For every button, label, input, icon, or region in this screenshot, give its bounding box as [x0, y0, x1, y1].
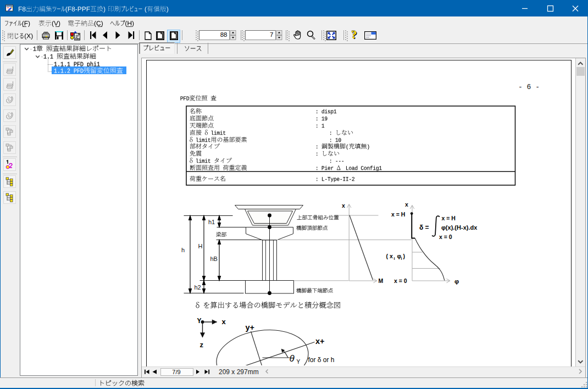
svg-text:δ =: δ =: [419, 224, 429, 231]
svg-text:x: x: [405, 201, 408, 208]
svg-text:φ: φ: [454, 278, 459, 285]
svg-text:φ(x).(H-x).dx: φ(x).(H-x).dx: [441, 224, 478, 231]
svg-text:x+: x+: [315, 337, 325, 346]
svg-text:Y: Y: [296, 359, 300, 365]
svg-text:Y: Y: [197, 317, 201, 325]
svg-text:i: i: [393, 256, 395, 261]
svg-text:x: x: [342, 202, 345, 209]
svg-text:( x: ( x: [386, 253, 392, 259]
svg-text:i: i: [401, 256, 402, 261]
svg-text:M: M: [378, 277, 383, 284]
svg-text:): ): [403, 253, 405, 259]
svg-text:x = H: x = H: [391, 211, 405, 218]
svg-text:θ: θ: [289, 353, 295, 364]
svg-text:x = 0: x = 0: [394, 277, 407, 284]
svg-text:x = 0: x = 0: [439, 234, 452, 240]
svg-text:for δ or h: for δ or h: [308, 356, 334, 364]
svg-text:x = H: x = H: [441, 215, 455, 221]
svg-text:x: x: [221, 318, 226, 326]
svg-text:z: z: [199, 341, 203, 349]
svg-text:y+: y+: [245, 323, 254, 332]
